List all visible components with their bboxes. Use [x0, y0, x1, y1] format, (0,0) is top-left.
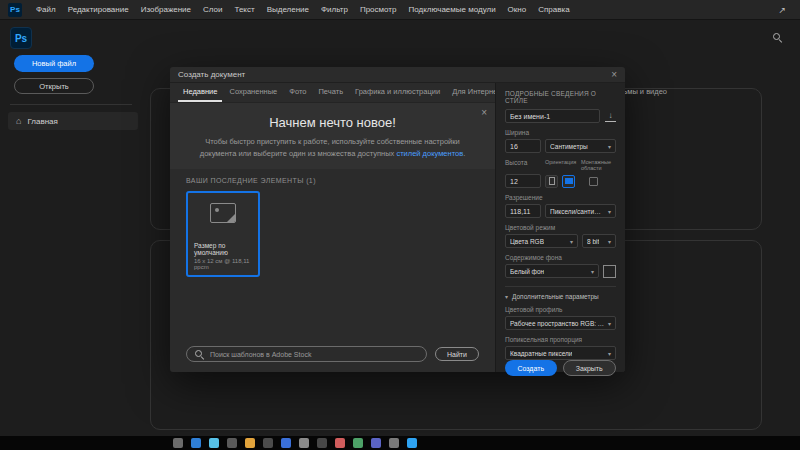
chevron-down-icon: ▾: [505, 293, 508, 300]
image-placeholder-icon: [210, 203, 236, 223]
background-row: Белый фон ▾: [505, 264, 616, 278]
tab-print[interactable]: Печать: [313, 83, 348, 102]
menu-view[interactable]: Просмотр: [354, 0, 403, 20]
taskbar-app-icon-9[interactable]: [317, 438, 327, 448]
units-value: Сантиметры: [550, 143, 588, 150]
menu-edit[interactable]: Редактирование: [62, 0, 135, 20]
panel-heading: ПОДРОБНЫЕ СВЕДЕНИЯ О СТИЛЕ: [505, 90, 616, 104]
bit-depth-select[interactable]: 8 bit ▾: [582, 234, 616, 248]
stock-search-row: Найти: [170, 346, 495, 372]
chevron-down-icon: ▾: [608, 350, 611, 357]
resolution-input[interactable]: [505, 204, 541, 218]
dialog-close-icon[interactable]: ×: [611, 70, 617, 80]
color-profile-select[interactable]: Рабочее пространство RGB: Adobe... ▾: [505, 316, 616, 330]
pixel-aspect-row: Квадратные пиксели ▾: [505, 346, 616, 360]
units-select[interactable]: Сантиметры ▾: [545, 139, 616, 153]
background-color-swatch[interactable]: [603, 265, 616, 278]
resolution-row: Пиксели/сантиметр ▾: [505, 204, 616, 218]
share-icon[interactable]: ↗: [772, 5, 792, 15]
color-profile-value: Рабочее пространство RGB: Adobe...: [510, 320, 605, 327]
taskbar-app-icon-12[interactable]: [371, 438, 381, 448]
background-value: Белый фон: [510, 268, 544, 275]
height-orientation-labels: Высота Ориентация Монтажные области: [505, 159, 616, 171]
menu-file[interactable]: Файл: [30, 0, 62, 20]
artboards-checkbox[interactable]: [589, 177, 598, 186]
artboards-label: Монтажные области: [581, 159, 616, 171]
open-button[interactable]: Открыть: [14, 78, 94, 94]
sidebar-item-home-label: Главная: [27, 117, 57, 126]
dialog-action-buttons: Создать Закрыть: [505, 360, 616, 376]
dialog-title: Создать документ: [178, 70, 245, 79]
resolution-label: Разрешение: [505, 194, 616, 201]
document-name-input[interactable]: [505, 109, 600, 123]
orientation-landscape-button[interactable]: [562, 175, 575, 188]
taskbar-app-icon-1[interactable]: [173, 438, 183, 448]
new-document-dialog: Создать документ × Недавние Сохраненные …: [170, 67, 625, 372]
preset-tabs: Недавние Сохраненные Фото Печать Графика…: [170, 83, 495, 103]
taskbar-app-icon-11[interactable]: [353, 438, 363, 448]
color-mode-select[interactable]: Цвета RGB ▾: [505, 234, 578, 248]
background-label: Содержимое фона: [505, 254, 616, 261]
pixel-aspect-select[interactable]: Квадратные пиксели ▾: [505, 346, 616, 360]
orientation-portrait-button[interactable]: [545, 175, 558, 188]
stock-search-field[interactable]: [186, 346, 427, 362]
resolution-units-select[interactable]: Пиксели/сантиметр ▾: [545, 204, 616, 218]
color-profile-label: Цветовой профиль: [505, 306, 616, 313]
menu-window[interactable]: Окно: [502, 0, 533, 20]
chevron-down-icon: ▾: [608, 238, 611, 245]
menu-image[interactable]: Изображение: [135, 0, 197, 20]
chevron-down-icon: ▾: [608, 208, 611, 215]
height-orientation-row: [505, 174, 616, 188]
taskbar-app-icon-6[interactable]: [263, 438, 273, 448]
chevron-down-icon: ▾: [591, 268, 594, 275]
menubar: Ps Файл Редактирование Изображение Слои …: [0, 0, 800, 20]
menu-filter[interactable]: Фильтр: [315, 0, 354, 20]
tab-photo[interactable]: Фото: [284, 83, 311, 102]
tab-art-illustration[interactable]: Графика и иллюстрации: [350, 83, 445, 102]
new-file-button[interactable]: Новый файл: [14, 55, 94, 72]
banner-close-icon[interactable]: ×: [481, 107, 487, 118]
close-button[interactable]: Закрыть: [563, 360, 617, 376]
create-button[interactable]: Создать: [505, 360, 557, 376]
taskbar-app-icon-14[interactable]: [407, 438, 417, 448]
banner-text: Чтобы быстро приступить к работе, исполь…: [190, 136, 475, 159]
menu-layers[interactable]: Слои: [197, 0, 228, 20]
pixel-aspect-value: Квадратные пиксели: [510, 350, 572, 357]
document-presets-link[interactable]: стилей документов: [396, 149, 463, 158]
taskbar-app-icon-3[interactable]: [209, 438, 219, 448]
taskbar-app-icon-5[interactable]: [245, 438, 255, 448]
background-select[interactable]: Белый фон ▾: [505, 264, 599, 278]
height-input[interactable]: [505, 174, 541, 188]
magnifier-glyph: [773, 33, 782, 42]
search-icon[interactable]: [773, 28, 784, 39]
width-input[interactable]: [505, 139, 541, 153]
taskbar-app-icon-13[interactable]: [389, 438, 399, 448]
taskbar-app-icon-7[interactable]: [281, 438, 291, 448]
taskbar-app-icon-8[interactable]: [299, 438, 309, 448]
taskbar-app-icon-10[interactable]: [335, 438, 345, 448]
tab-recent[interactable]: Недавние: [178, 83, 222, 102]
preset-card-size: 16 x 12 см @ 118,11 ppcm: [194, 258, 252, 270]
find-button[interactable]: Найти: [435, 347, 479, 361]
welcome-banner: × Начнем нечто новое! Чтобы быстро прист…: [170, 103, 495, 169]
menu-plugins[interactable]: Подключаемые модули: [402, 0, 501, 20]
recent-items-heading: ВАШИ ПОСЛЕДНИЕ ЭЛЕМЕНТЫ (1): [186, 177, 479, 184]
menu-type[interactable]: Текст: [228, 0, 260, 20]
color-mode-label: Цветовой режим: [505, 224, 616, 231]
photoshop-logo: Ps: [8, 3, 22, 17]
search-icon-small: [195, 350, 204, 359]
taskbar-app-icon-2[interactable]: [191, 438, 201, 448]
document-name-row: ↓: [505, 109, 616, 123]
recent-preset-card[interactable]: Размер по умолчанию 16 x 12 см @ 118,11 …: [186, 191, 260, 277]
tab-saved[interactable]: Сохраненные: [224, 83, 282, 102]
advanced-options-toggle[interactable]: ▾ Дополнительные параметры: [505, 286, 616, 300]
resolution-units-value: Пиксели/сантиметр: [550, 208, 605, 215]
sidebar-item-home[interactable]: ⌂ Главная: [8, 112, 138, 130]
height-label: Высота: [505, 159, 541, 171]
menu-help[interactable]: Справка: [532, 0, 575, 20]
save-preset-icon[interactable]: ↓: [605, 111, 616, 122]
menu-select[interactable]: Выделение: [261, 0, 315, 20]
stock-search-input[interactable]: [210, 351, 418, 358]
recent-items-section: ВАШИ ПОСЛЕДНИЕ ЭЛЕМЕНТЫ (1) Размер по ум…: [170, 169, 495, 277]
taskbar-app-icon-4[interactable]: [227, 438, 237, 448]
